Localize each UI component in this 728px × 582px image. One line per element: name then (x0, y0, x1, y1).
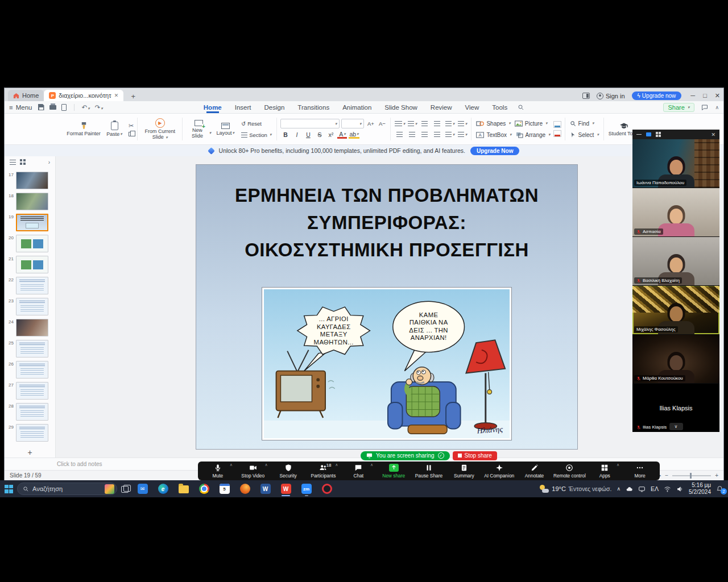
new-slide-button[interactable]: New Slide▾ (186, 115, 211, 143)
participants-button[interactable]: Participants 18∧ (306, 462, 341, 480)
slide-thumbnail[interactable]: 18 (6, 193, 53, 210)
copy-button[interactable] (129, 132, 133, 136)
zoom-out-button[interactable]: − (665, 472, 668, 479)
scroll-participants-chevron[interactable]: ∨ (669, 423, 683, 430)
taskbar-clock[interactable]: 5:16 μμ 5/2/2024 (689, 482, 711, 496)
tab-insert[interactable]: Insert (234, 102, 253, 113)
security-button[interactable]: Security (271, 462, 306, 480)
language-indicator[interactable]: ΕΛ (651, 485, 659, 492)
zoom-slider-handle[interactable] (690, 473, 692, 479)
undo-button[interactable]: ↶▾ (82, 103, 90, 111)
more-button[interactable]: More (622, 462, 657, 480)
picture-button[interactable]: Picture▾ (514, 119, 549, 128)
task-view-button[interactable] (121, 485, 130, 493)
slide-canvas[interactable]: ΕΡΜΗΝΕΙΑ ΤΩΝ ΠΡΟΒΛΗΜΑΤΩΝ ΣΥΜΠΕΡΙΦΟΡΑΣ: Ο… (196, 165, 577, 449)
slide-view-icon[interactable] (20, 159, 26, 165)
hidden-icons-chevron[interactable]: ∧ (617, 486, 621, 492)
volume-icon[interactable] (676, 485, 684, 493)
textbox-button[interactable]: A TextBox▾ (475, 130, 512, 140)
minimize-button[interactable]: ─ (690, 92, 695, 99)
outdent-button[interactable] (419, 119, 430, 128)
collapse-panel-icon[interactable]: › (48, 159, 50, 165)
font-color-button[interactable]: A▾ (337, 131, 347, 139)
speaker-view-icon[interactable] (646, 132, 651, 136)
slide-thumbnail[interactable]: 23 (6, 298, 53, 315)
home-tab[interactable]: Home (8, 90, 44, 101)
slide-thumbnail[interactable]: 24 (6, 319, 53, 336)
upgrade-now-button[interactable]: ϟUpgrade now (632, 92, 682, 100)
export-icon[interactable] (61, 104, 67, 111)
file-explorer-icon[interactable] (175, 481, 192, 496)
bold-button[interactable]: B (280, 130, 290, 139)
numbering-button[interactable]: ▾ (407, 119, 417, 128)
edge-app-icon[interactable]: e (155, 481, 171, 496)
display-icon[interactable] (638, 485, 646, 493)
document-tab[interactable]: P διαχείριο...κοινότητα ✕ (44, 90, 123, 101)
slide-thumbnail[interactable]: 21 (6, 256, 53, 273)
arrange-button[interactable]: Arrange▾ (515, 130, 552, 140)
apps-button[interactable]: Apps∧ (587, 462, 622, 480)
sharing-info-icon[interactable]: ✓ (438, 452, 444, 459)
slide-thumbnail[interactable]: 25 (6, 340, 53, 357)
line-spacing-button[interactable]: ▾ (444, 119, 455, 128)
superscript-button[interactable]: x² (326, 130, 336, 139)
indent-button[interactable] (432, 119, 442, 128)
slide-thumbnail[interactable]: 29 (6, 424, 53, 442)
summary-button[interactable]: Summary (446, 462, 482, 480)
bullets-button[interactable]: ▾ (394, 119, 405, 128)
close-window-button[interactable]: ✕ (715, 92, 720, 99)
close-tab-icon[interactable]: ✕ (114, 93, 119, 98)
tab-home[interactable]: Home (202, 102, 223, 113)
decrease-font-button[interactable]: A− (377, 119, 387, 128)
pause-share-button[interactable]: Pause Share (411, 462, 446, 480)
ai-companion-button[interactable]: AI Companion (482, 462, 517, 480)
gallery-view-icon[interactable] (656, 132, 661, 137)
find-button[interactable]: Find▾ (569, 119, 600, 128)
stop-share-button[interactable]: Stop share (453, 451, 497, 460)
notification-center-button[interactable]: 2 (716, 485, 723, 493)
justify-button[interactable] (432, 130, 442, 139)
weather-widget[interactable]: 19°C Έντονες νεφώσ. (540, 485, 611, 493)
align-right-button[interactable] (419, 130, 430, 139)
firefox-app-icon[interactable] (237, 481, 253, 496)
strikethrough-button[interactable]: S (315, 130, 324, 139)
from-current-slide-button[interactable]: ▶ From Current Slide ▾ (141, 115, 179, 143)
participant-video[interactable]: Βασιλική Βλαχαίτη (632, 237, 719, 285)
slide-thumbnail[interactable]: 26 (6, 361, 53, 379)
format-painter-button[interactable]: Format Painter (67, 115, 100, 143)
slide-thumbnail[interactable]: 22 (6, 277, 53, 294)
font-family-select[interactable]: ▾ (280, 119, 340, 128)
fill-color-button[interactable] (553, 121, 561, 128)
banner-upgrade-button[interactable]: Upgrade Now (470, 147, 519, 155)
chrome-app-icon[interactable] (196, 481, 212, 496)
word-app-icon[interactable]: W (257, 481, 274, 496)
tab-slide-show[interactable]: Slide Show (383, 102, 419, 113)
font-size-select[interactable]: ▾ (341, 119, 364, 128)
select-button[interactable]: Select▾ (569, 130, 600, 140)
close-panel-icon[interactable]: ✕ (711, 132, 715, 138)
maximize-button[interactable]: □ (703, 92, 707, 99)
outline-view-icon[interactable] (10, 160, 16, 165)
italic-button[interactable]: I (292, 130, 301, 139)
cut-button[interactable]: ✂ (129, 122, 134, 130)
redo-button[interactable]: ↷▾ (95, 103, 103, 111)
align-left-button[interactable] (394, 130, 405, 139)
shapes-button[interactable]: Shapes▾ (475, 119, 511, 128)
participant-video-camera-off[interactable]: Ilias Klapsis Ilias Klapsis ∨ (632, 384, 719, 432)
wifi-icon[interactable] (664, 485, 671, 493)
tab-transitions[interactable]: Transitions (296, 102, 330, 113)
new-share-button[interactable]: New share (376, 462, 411, 480)
tab-design[interactable]: Design (263, 102, 286, 113)
distribute-text-button[interactable]: ▾ (444, 130, 455, 139)
chat-button[interactable]: Chat∧ (341, 462, 376, 480)
tab-view[interactable]: View (464, 102, 481, 113)
participant-video-active-speaker[interactable]: Μιχάλης Φασούλης (632, 286, 719, 334)
participant-video[interactable]: Ασπασία (632, 188, 719, 236)
slide-thumbnail[interactable]: 17 (6, 172, 53, 189)
panel-toggle-icon[interactable] (582, 93, 590, 99)
minimize-panel-icon[interactable] (636, 134, 642, 135)
section-button[interactable]: Section▾ (239, 130, 273, 140)
comments-icon[interactable] (701, 104, 708, 111)
start-button[interactable] (5, 485, 13, 493)
columns-button[interactable]: ▾ (457, 119, 468, 128)
